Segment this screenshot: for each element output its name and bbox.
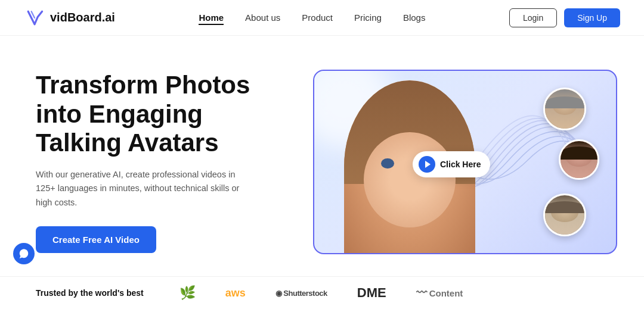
signup-button[interactable]: Sign Up (564, 8, 620, 27)
hero-left: Transform Photos into Engaging Talking A… (36, 71, 286, 252)
nav-item-home[interactable]: Home (199, 13, 224, 23)
nav-link-about[interactable]: About us (245, 13, 280, 23)
avatar-male-2 (543, 193, 586, 236)
navbar: vidBoard.ai Home About us Product Pricin… (0, 0, 644, 36)
avatar-male-1 (543, 88, 586, 130)
logo[interactable]: vidBoard.ai (24, 7, 115, 29)
video-card: Click Here (313, 70, 617, 254)
brand-logos: 🌿 aws ◉ Shutterstock DME 〰 Content (179, 285, 463, 301)
face-skin (364, 132, 456, 227)
trusted-heading: Trusted by the world's best (36, 288, 144, 298)
nav-links: Home About us Product Pricing Blogs (199, 13, 425, 23)
logo-text: vidBoard.ai (50, 11, 115, 24)
hero-right: Click Here (310, 70, 620, 254)
nav-item-blogs[interactable]: Blogs (403, 13, 426, 23)
nav-link-blogs[interactable]: Blogs (403, 13, 426, 23)
content-brand-logo: 〰 Content (416, 287, 463, 299)
create-video-button[interactable]: Create Free AI Video (36, 226, 156, 253)
hero-description: With our generative AI, create professio… (36, 168, 250, 210)
avatar-female-1 (559, 139, 599, 180)
chat-bubble-button[interactable] (13, 243, 35, 264)
shutterstock-logo: ◉ Shutterstock (275, 289, 327, 298)
nav-link-product[interactable]: Product (302, 13, 333, 23)
aws-brand-logo: aws (225, 287, 246, 299)
hero-title: Transform Photos into Engaging Talking A… (36, 71, 286, 157)
dme-brand-logo: DME (357, 285, 386, 301)
nav-link-pricing[interactable]: Pricing (354, 13, 382, 23)
nav-item-about[interactable]: About us (245, 13, 280, 23)
click-here-label: Click Here (440, 160, 481, 169)
nav-link-home[interactable]: Home (199, 13, 224, 25)
nav-item-product[interactable]: Product (302, 13, 333, 23)
click-here-badge[interactable]: Click Here (413, 151, 490, 177)
trusted-bar: Trusted by the world's best 🌿 aws ◉ Shut… (0, 276, 644, 309)
logo-icon (24, 7, 45, 29)
google-brand-logo: 🌿 (179, 285, 196, 301)
nav-actions: Login Sign Up (509, 8, 620, 27)
chat-icon (18, 248, 29, 259)
play-button-icon[interactable] (419, 156, 435, 173)
nav-item-pricing[interactable]: Pricing (354, 13, 382, 23)
login-button[interactable]: Login (509, 8, 557, 27)
left-eye (381, 158, 394, 168)
hero-section: Transform Photos into Engaging Talking A… (0, 42, 644, 282)
